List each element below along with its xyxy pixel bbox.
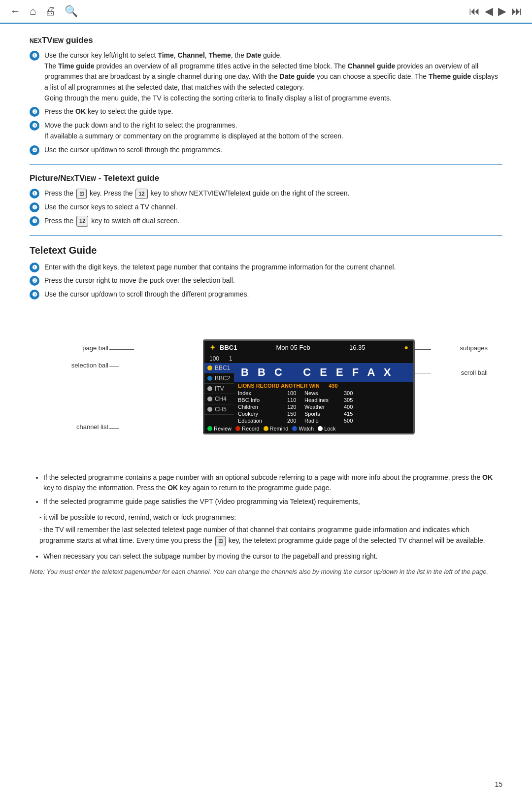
label-channel-list: channel list — [49, 423, 108, 431]
key-12-icon: 12 — [135, 189, 147, 199]
label-subpages: subpages — [460, 344, 488, 352]
channel-row-ch4: CH4 — [204, 394, 234, 404]
nextview-step-3: ❸ Move the puck down and to the right to… — [30, 120, 502, 141]
key-tv2-icon: ⊡ — [215, 536, 226, 546]
home-icon[interactable]: ⌂ — [30, 5, 36, 18]
bullet-2: If the selected programme guide page sat… — [43, 497, 502, 507]
bbc1-label: BBC1 — [215, 365, 230, 371]
skip-back-icon[interactable]: ⏮ — [469, 5, 480, 18]
footer-btn-watch: Watch — [292, 426, 314, 432]
content-row-0: Index100News300 — [234, 390, 413, 397]
teletext-step-num-1: ❶ — [30, 263, 39, 272]
content-row-1: BBC Info110Headlines305 — [234, 397, 413, 403]
nextview-title-prefix: nexTView — [30, 35, 64, 45]
nextview-title: nexTView guides — [30, 35, 502, 45]
divider-2 — [30, 235, 502, 236]
bbc2-dot — [207, 376, 212, 381]
tv-sub-header: 100 1 — [204, 354, 413, 363]
dash-2: the TV will remember the last selected t… — [39, 525, 502, 546]
tv-header: ✦ BBC1 Mon 05 Feb 16.35 ● — [204, 341, 413, 354]
footer-btn-review: Review — [207, 426, 232, 432]
key-12b-icon: 12 — [76, 216, 88, 226]
nextview-step-2: ❷ Press the OK key to select the guide t… — [30, 106, 502, 117]
scroll-ball-icon: ● — [404, 343, 408, 351]
tv-header-date: Mon 05 Feb — [276, 344, 310, 351]
channel-row-bbc2: BBC2 — [204, 373, 234, 384]
tv-footer: Review Record Remind Watch — [204, 424, 413, 433]
dot-green-icon — [207, 426, 212, 431]
tv-header-time: 16.35 — [349, 344, 366, 351]
picture-step-num-3: ❸ — [30, 216, 39, 226]
lions-row: LIONS RECORD ANOTHER WIN 430 — [234, 382, 413, 390]
picture-step-num-1: ❶ — [30, 189, 39, 199]
picture-steps: ❶ Press the ⊡ key. Press the 12 key to s… — [30, 188, 502, 226]
toolbar: ← ⌂ 🖨 🔍 ⏮ ◀ ▶ ⏭ — [0, 0, 532, 24]
teletext-dashes: it will be possible to record, remind, w… — [30, 512, 502, 546]
picture-step-1-text: Press the ⊡ key. Press the 12 key to sho… — [44, 188, 502, 199]
footer-label-watch: Watch — [299, 426, 314, 432]
toolbar-right: ⏮ ◀ ▶ ⏭ — [469, 5, 522, 18]
footer-label-remind: Remind — [270, 426, 289, 432]
skip-fwd-icon[interactable]: ⏭ — [511, 5, 522, 18]
picture-step-num-2: ❷ — [30, 202, 39, 212]
teletext-step-2: ❷ Press the cursor right to move the puc… — [30, 275, 502, 286]
channel-sidebar: BBC1 BBC2 ITV CH4 — [204, 363, 234, 424]
prev-icon[interactable]: ◀ — [485, 5, 493, 18]
picture-section: Picture/NexTView - Teletext guide ❶ Pres… — [30, 173, 502, 226]
tv-content: B B C C E E F A X LIONS RECORD ANOTHER W… — [234, 363, 413, 424]
key-tv-icon: ⊡ — [76, 189, 87, 199]
footer-label-lock: Lock — [324, 426, 335, 432]
picture-step-3-text: Press the 12 key to switch off dual scre… — [44, 216, 502, 227]
content-row-4: Education200Radio500 — [234, 417, 413, 424]
search-icon[interactable]: 🔍 — [65, 5, 78, 18]
nextview-section: nexTView guides ❶ Use the cursor key lef… — [30, 35, 502, 155]
ch4-label: CH4 — [215, 396, 227, 402]
last-bullet: When necessary you can select the subpag… — [43, 551, 502, 562]
main-content: nexTView guides ❶ Use the cursor key lef… — [0, 24, 532, 596]
nextview-step-3-text: Move the puck down and to the right to s… — [44, 120, 502, 141]
line-page-ball — [109, 349, 134, 350]
label-selection-ball: selection ball — [49, 362, 108, 369]
tv-screen: ✦ BBC1 Mon 05 Feb 16.35 ● 100 1 — [203, 339, 415, 434]
toolbar-left: ← ⌂ 🖨 🔍 — [10, 5, 78, 18]
tv-page-num: 100 — [209, 355, 219, 362]
content-row-3: Cookery150Sports415 — [234, 410, 413, 417]
tv-sub-num: 1 — [229, 355, 233, 362]
nextview-title-suffix: guides — [64, 35, 93, 45]
print-icon[interactable]: 🖨 — [45, 5, 56, 18]
label-page-ball: page ball — [49, 344, 108, 352]
nextview-step-2-text: Press the OK key to select the guide typ… — [44, 106, 502, 117]
step-num-1: ❶ — [30, 51, 39, 61]
dot-yellow-icon — [264, 426, 268, 431]
teletext-section: Teletext Guide ❶ Enter with the digit ke… — [30, 245, 502, 577]
channel-row-itv: ITV — [204, 384, 234, 394]
tv-diagram: page ball selection ball channel list su… — [30, 305, 502, 463]
tv-scroll-indicator: ● — [404, 343, 408, 351]
ch5-dot — [207, 407, 212, 412]
divider-1 — [30, 164, 502, 165]
teletext-step-num-2: ❷ — [30, 276, 39, 286]
dot-red-icon — [235, 426, 240, 431]
nextview-step-1-text: Use the cursor key left/right to select … — [44, 50, 502, 103]
teletext-step-2-text: Press the cursor right to move the puck … — [44, 275, 502, 286]
itv-label: ITV — [215, 385, 224, 392]
ch5-label: CH5 — [215, 406, 227, 413]
bbc-ceefax-header: B B C C E E F A X — [234, 363, 413, 382]
teletext-step-1: ❶ Enter with the digit keys, the teletex… — [30, 262, 502, 273]
tv-star-icon: ✦ — [209, 343, 216, 352]
footer-btn-lock: Lock — [318, 426, 335, 432]
teletext-step-3-text: Use the cursor up/down to scroll through… — [44, 289, 502, 300]
footer-btn-remind: Remind — [264, 426, 289, 432]
dot-white-icon — [318, 426, 323, 431]
next-icon[interactable]: ▶ — [498, 5, 506, 18]
step-num-4: ❹ — [30, 145, 39, 155]
picture-title: Picture/NexTView - Teletext guide — [30, 173, 502, 183]
footer-label-record: Record — [242, 426, 259, 432]
teletext-bullets: If the selected programme contains a pag… — [30, 472, 502, 507]
nextview-steps: ❶ Use the cursor key left/right to selec… — [30, 50, 502, 155]
content-row-2: Children120Weather400 — [234, 403, 413, 410]
line-channel-list — [109, 428, 119, 429]
teletext-last-bullet: When necessary you can select the subpag… — [30, 551, 502, 562]
picture-step-2: ❷ Use the cursor keys to select a TV cha… — [30, 202, 502, 213]
back-icon[interactable]: ← — [10, 5, 21, 18]
